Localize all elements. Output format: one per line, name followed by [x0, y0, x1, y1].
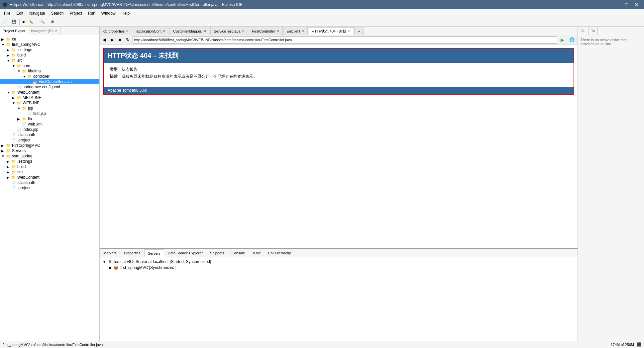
tree-item[interactable]: 📄.project: [0, 137, 99, 143]
tree-item[interactable]: ▼📁controller: [0, 74, 99, 79]
tab-close-icon[interactable]: ✕: [276, 29, 279, 33]
bottom-tab-markers[interactable]: Markers: [100, 249, 120, 257]
tree-arrow-icon[interactable]: ▶: [7, 160, 11, 163]
tab-navigator[interactable]: Navigator (De ✕: [28, 27, 60, 35]
tree-arrow-icon[interactable]: ▶: [17, 117, 22, 121]
memory-icon[interactable]: ⬛: [637, 342, 641, 347]
tree-item[interactable]: ▼📁itheima: [0, 68, 99, 74]
tree-arrow-icon[interactable]: ▼: [17, 107, 22, 110]
editor-tab[interactable]: HTTP状态 404 - 未找✕: [308, 27, 354, 35]
tree-item[interactable]: ☕FirstController.java: [0, 79, 99, 84]
tree-item[interactable]: 📄index.jsp: [0, 127, 99, 132]
tab-close-icon[interactable]: ✕: [204, 29, 206, 33]
tree-item[interactable]: ▶📁Servers: [0, 148, 99, 153]
bottom-tab-snippets[interactable]: Snippets: [206, 249, 228, 257]
tree-item[interactable]: ▶📁build: [0, 164, 99, 169]
tree-arrow-icon[interactable]: ▶: [12, 96, 17, 100]
menu-item-window[interactable]: Window: [99, 10, 118, 16]
toolbar-debug-button[interactable]: 🐛: [28, 19, 36, 25]
tab-outline[interactable]: Ou: [578, 27, 589, 35]
tree-item[interactable]: ▶📁FirstSpringMVC: [0, 143, 99, 148]
tree-item[interactable]: ▶📁build: [0, 52, 99, 58]
tree-item[interactable]: 📄.classpath: [0, 180, 99, 185]
menu-item-help[interactable]: Help: [119, 10, 133, 16]
bottom-tab-data-source-explorer[interactable]: Data Source Explorer: [164, 249, 206, 257]
bottom-tab-console[interactable]: Console: [228, 249, 249, 257]
tree-item[interactable]: ▶📁.settings: [0, 159, 99, 164]
tree-item[interactable]: ▶📁.settings: [0, 47, 99, 52]
forward-button[interactable]: ▶: [109, 37, 116, 43]
tree-arrow-icon[interactable]: ▶: [1, 149, 6, 153]
tree-item[interactable]: 📄springmvc-config.xml: [0, 84, 99, 90]
toolbar-perspective-button[interactable]: ⊞: [50, 19, 56, 25]
menu-item-edit[interactable]: Edit: [14, 10, 26, 16]
tab-close-icon[interactable]: ✕: [163, 29, 165, 33]
tree-arrow-icon[interactable]: ▼: [1, 154, 6, 158]
close-button[interactable]: ✕: [632, 1, 641, 8]
tree-item[interactable]: ▼📁WEB-INF: [0, 100, 99, 106]
external-browser-button[interactable]: 🌐: [568, 37, 576, 43]
tree-item[interactable]: ▼📁ssm_spring: [0, 153, 99, 159]
url-input[interactable]: [133, 36, 557, 44]
tree-arrow-icon[interactable]: ▶: [7, 170, 11, 174]
tab-project-explorer[interactable]: Project Explor: [0, 27, 28, 35]
go-button[interactable]: ▶: [559, 37, 566, 43]
tree-item[interactable]: ▼📁WebContent: [0, 90, 99, 95]
tree-arrow-icon[interactable]: ▼: [1, 43, 6, 46]
tab-task[interactable]: Ta: [589, 27, 598, 35]
toolbar-search-button[interactable]: 🔍: [39, 19, 47, 25]
tab-close-icon[interactable]: ✕: [301, 29, 304, 33]
tree-item[interactable]: ▶📁META-INF: [0, 95, 99, 100]
tab-close-icon[interactable]: ✕: [126, 29, 129, 33]
menu-item-project[interactable]: Project: [67, 10, 84, 16]
editor-tab[interactable]: »: [354, 27, 364, 35]
editor-tab[interactable]: web.xml✕: [283, 27, 308, 35]
back-button[interactable]: ◀: [101, 37, 108, 43]
tree-arrow-icon[interactable]: ▼: [17, 69, 22, 73]
tree-arrow-icon[interactable]: ▼: [7, 91, 11, 94]
bottom-tab-call-hierarchy[interactable]: Call Hierarchy: [264, 249, 294, 257]
stop-button[interactable]: ■: [117, 37, 123, 43]
toolbar-save-button[interactable]: 💾: [10, 19, 18, 25]
server-arrow-icon[interactable]: ▼: [102, 259, 106, 264]
tree-item[interactable]: ▼📁com: [0, 63, 99, 68]
tree-item[interactable]: ▼📁first_springMVC: [0, 42, 99, 47]
tree-arrow-icon[interactable]: ▶: [1, 144, 6, 147]
editor-tab[interactable]: CustomerMapper.✕: [169, 27, 210, 35]
tree-item[interactable]: 📄first.jsp: [0, 111, 99, 116]
refresh-button[interactable]: ↻: [124, 37, 131, 43]
bottom-tab-servers[interactable]: Servers: [144, 249, 164, 257]
tab-close-icon[interactable]: ✕: [348, 30, 350, 33]
toolbar-run-button[interactable]: ▶: [21, 19, 27, 25]
tree-item[interactable]: ▶📁ce: [0, 37, 99, 42]
tree-item[interactable]: ▶📁WebContent: [0, 175, 99, 180]
bottom-tab-junit[interactable]: JUnit: [249, 249, 264, 257]
tree-item[interactable]: 📄.project: [0, 185, 99, 191]
tree-item[interactable]: ▶📁lib: [0, 116, 99, 122]
editor-tab[interactable]: applicationCont✕: [133, 27, 169, 35]
menu-item-search[interactable]: Search: [48, 10, 66, 16]
tree-arrow-icon[interactable]: ▶: [7, 165, 11, 169]
tree-arrow-icon[interactable]: ▼: [12, 64, 17, 68]
tree-item[interactable]: ▼📁jsp: [0, 106, 99, 111]
menu-item-navigate[interactable]: Navigate: [27, 10, 48, 16]
editor-tab[interactable]: db.properties✕: [100, 27, 132, 35]
tree-arrow-icon[interactable]: ▶: [1, 38, 6, 41]
navigator-close-icon[interactable]: ✕: [55, 29, 57, 33]
editor-tab[interactable]: FirstController✕: [249, 27, 283, 35]
server-sub-entry[interactable]: ▶ 📦 first_springMVC [Synchronized]: [108, 265, 576, 271]
editor-tab[interactable]: ServiceTest.java✕: [210, 27, 248, 35]
maximize-button[interactable]: □: [623, 1, 631, 8]
tree-arrow-icon[interactable]: ▼: [23, 75, 27, 78]
server-sub-arrow-icon[interactable]: ▶: [109, 265, 112, 270]
tree-item[interactable]: ▼📁src: [0, 58, 99, 63]
tree-item[interactable]: ▶📁src: [0, 169, 99, 175]
tab-close-icon[interactable]: ✕: [242, 29, 245, 33]
tree-arrow-icon[interactable]: ▼: [12, 101, 17, 105]
minimize-button[interactable]: ─: [613, 1, 621, 8]
server-entry[interactable]: ▼ 🖥 Tomcat v8.5 Server at localhost [Sta…: [101, 259, 576, 265]
tree-arrow-icon[interactable]: ▶: [7, 48, 11, 52]
toolbar-new-button[interactable]: 📄: [1, 19, 9, 25]
tree-item[interactable]: 📄web.xml: [0, 122, 99, 127]
tree-arrow-icon[interactable]: ▶: [7, 176, 11, 179]
